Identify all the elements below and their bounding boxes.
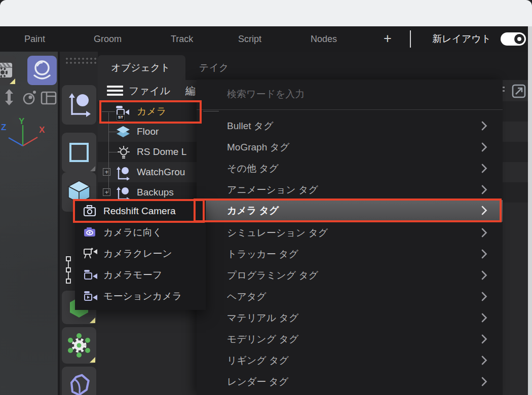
menubar-divider xyxy=(410,30,411,48)
spline-pen-icon[interactable] xyxy=(66,256,71,286)
tag-context-menu: Bullet タグ MoGraph タグ その他 タグ アニメーション タグ カ… xyxy=(197,80,503,395)
object-label[interactable]: Floor xyxy=(137,122,159,142)
menu-item-hair-tags[interactable]: ヘアタグ xyxy=(197,286,503,307)
menubar-tab-paint[interactable]: Paint xyxy=(24,26,45,52)
menu-item-bullet-tags[interactable]: Bullet タグ xyxy=(197,115,503,136)
chevron-right-icon xyxy=(481,313,487,323)
stereo-badge: ST xyxy=(117,114,125,121)
render-view-sphere-icon xyxy=(30,59,54,82)
floor-icon xyxy=(116,126,131,138)
object-label[interactable]: カメラ xyxy=(137,101,166,122)
camera-context-menu: Redshift Camera カメラに向く カメラクレーン xyxy=(75,200,206,310)
search-input[interactable] xyxy=(226,85,510,104)
null-object-icon xyxy=(116,166,131,180)
menubar-tab-groom[interactable]: Groom xyxy=(94,26,122,52)
menu-item-redshift-camera[interactable]: Redshift Camera xyxy=(75,201,206,222)
tag-search[interactable] xyxy=(197,85,503,104)
chevron-right-icon xyxy=(481,377,487,386)
photo-camera-icon xyxy=(83,205,98,217)
menu-item-other-tags[interactable]: その他 タグ xyxy=(197,158,503,179)
null-object-icon xyxy=(67,93,91,117)
tab-takes[interactable]: テイク xyxy=(199,55,229,80)
chevron-right-icon xyxy=(481,206,487,215)
menu-item-animation-tags[interactable]: アニメーション タグ xyxy=(197,179,503,200)
object-label[interactable]: RS Dome L xyxy=(137,142,186,162)
render-view-button[interactable] xyxy=(27,56,57,85)
menu-item-programming-tags[interactable]: プログラミング タグ xyxy=(197,265,503,286)
camera-eye-icon xyxy=(83,226,98,239)
tree-line xyxy=(102,111,115,112)
menu-file[interactable]: ファイル xyxy=(129,80,170,101)
menu-item-simulation-tags[interactable]: シミュレーション タグ xyxy=(197,222,503,243)
mograph-button[interactable] xyxy=(62,327,96,364)
menu-item-mograph-tags[interactable]: MoGraph タグ xyxy=(197,137,503,157)
popout-button[interactable] xyxy=(512,84,526,100)
add-layout-button[interactable]: + xyxy=(384,26,392,52)
null-object-button[interactable] xyxy=(62,85,96,125)
menu-item-camera-tags[interactable]: カメラ タグ xyxy=(197,200,503,222)
menu-item-look-at-camera[interactable]: カメラに向く xyxy=(75,222,206,243)
camera-morph-icon xyxy=(83,269,98,281)
menu-item-rigging-tags[interactable]: リギング タグ xyxy=(197,350,503,371)
menubar-tab-script[interactable]: Script xyxy=(238,26,261,52)
toggle-knob xyxy=(514,34,524,44)
menubar-tab-track[interactable]: Track xyxy=(171,26,193,52)
camera-crane-icon xyxy=(83,248,98,260)
object-label[interactable]: WatchGrou xyxy=(137,162,185,182)
volume-button[interactable] xyxy=(62,367,96,395)
chevron-right-icon xyxy=(481,142,487,152)
layout-frame-tool[interactable] xyxy=(41,91,57,107)
menu-item-camera-crane[interactable]: カメラクレーン xyxy=(75,243,206,264)
chevron-right-icon xyxy=(481,292,487,301)
render-settings-icon xyxy=(0,61,13,80)
tab-objects[interactable]: オブジェクト xyxy=(98,55,185,80)
chevron-right-icon xyxy=(481,270,487,280)
object-manager-tabbar: オブジェクト テイク xyxy=(98,52,528,80)
dome-light-icon xyxy=(117,146,130,160)
render-settings-button[interactable] xyxy=(0,56,16,85)
menu-divider xyxy=(197,109,503,110)
drag-handle-dots[interactable] xyxy=(65,57,96,65)
rect-spline-button[interactable] xyxy=(62,133,96,172)
application-window: Paint Groom Track Script Nodes + 新レイアウト xyxy=(0,0,532,395)
tree-line xyxy=(108,112,109,192)
new-layout-label[interactable]: 新レイアウト xyxy=(432,26,491,52)
menu-item-material-tags[interactable]: マテリアル タグ xyxy=(197,307,503,328)
chevron-right-icon xyxy=(481,228,487,238)
menu-item-modeling-tags[interactable]: モデリング タグ xyxy=(197,329,503,349)
move-camera-tool[interactable] xyxy=(3,89,15,108)
tree-line xyxy=(108,132,118,132)
menu-item-camera-morph[interactable]: カメラモーフ xyxy=(75,264,206,286)
popout-icon xyxy=(512,84,526,98)
chevron-right-icon xyxy=(481,164,487,173)
menu-item-tracker-tags[interactable]: トラッカー タグ xyxy=(197,244,503,264)
axis-z-label: Z xyxy=(1,123,6,133)
mograph-gear-icon xyxy=(65,332,93,359)
rotate-camera-tool[interactable] xyxy=(21,90,37,107)
motion-camera-icon xyxy=(83,290,98,302)
menubar-tab-nodes[interactable]: Nodes xyxy=(311,26,337,52)
tree-line xyxy=(108,152,118,152)
corner-flag xyxy=(10,78,15,84)
menu-item-render-tags[interactable]: レンダー タグ xyxy=(197,371,503,392)
expand-plus-icon[interactable]: + xyxy=(103,168,110,176)
tree-line xyxy=(203,111,219,111)
null-object-icon xyxy=(116,186,131,201)
window-titlebar xyxy=(0,0,532,26)
chevron-right-icon xyxy=(481,121,487,131)
axis-x-label: X xyxy=(39,125,45,135)
layout-toggle[interactable] xyxy=(501,32,526,46)
rect-spline-icon xyxy=(69,143,89,162)
chevron-right-icon xyxy=(481,249,487,259)
chevron-right-icon xyxy=(481,334,487,344)
layout-frame-icon xyxy=(41,91,57,105)
menu-edit[interactable]: 編 xyxy=(185,80,196,101)
chevron-right-icon xyxy=(481,185,487,194)
move-vertical-icon xyxy=(3,89,15,106)
corner-flag xyxy=(90,318,95,323)
hamburger-icon[interactable] xyxy=(107,86,123,96)
menu-item-motion-camera[interactable]: モーションカメラ xyxy=(75,286,206,307)
expand-plus-icon[interactable]: + xyxy=(103,188,110,196)
rotate-icon xyxy=(21,90,37,105)
volume-blob-icon xyxy=(66,373,92,395)
